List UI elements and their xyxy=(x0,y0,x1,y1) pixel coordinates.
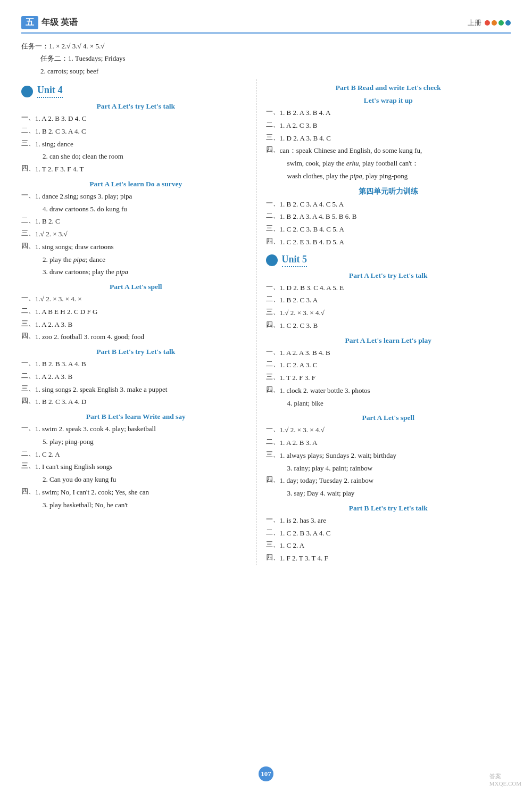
unit5-title: Unit 5 xyxy=(282,254,307,267)
list-item: 四、 1. C 2. E 3. B 4. D 5. A xyxy=(266,236,511,249)
list-item: 四、 1. clock 2. water bottle 3. photos xyxy=(266,385,511,397)
list-item: 二、 1. C 2. B 3. A 4. C xyxy=(266,527,511,540)
partA-try-talk-answers: 一、 1. A 2. B 3. D 4. C 二、 1. B 2. C 3. A… xyxy=(21,113,251,176)
decoration-dots xyxy=(485,20,511,26)
u5-partA-try-talk-heading: Part A Let's try Let's talk xyxy=(266,271,511,280)
list-item: 二、 1. A 2. B 3. A xyxy=(266,437,511,449)
u5-partA-spell-heading: Part A Let's spell xyxy=(266,414,511,422)
partA-try-talk-heading: Part A Let's try Let's talk xyxy=(21,102,251,111)
dot-green xyxy=(498,20,504,26)
list-item: 三、 1. always plays; Sundays 2. wait; bir… xyxy=(266,450,511,462)
list-item: 四、 1. C 2. C 3. B xyxy=(266,320,511,332)
watermark-line2: MXQE.COM xyxy=(489,780,521,787)
list-item: 一、 1. B 2. C 3. A 4. C 5. A xyxy=(266,199,511,211)
list-item: 二、 1. B 2. C 3. A 4. C xyxy=(21,126,251,138)
unit4-header: Unit 4 xyxy=(21,85,251,98)
list-item: 一、 1.√ 2. × 3. × 4.√ xyxy=(266,424,511,436)
u5-partB-try-talk-answers: 一、 1. is 2. has 3. are 二、 1. C 2. B 3. A… xyxy=(266,515,511,565)
top-answers: 任务一：1. × 2.√ 3.√ 4. × 5.√ 任务二：1. Tuesday… xyxy=(21,40,511,77)
list-item: 一、 1. B 2. A 3. B 4. A xyxy=(266,107,511,119)
list-item: 三、 1. sing; dance xyxy=(21,138,251,151)
left-column: Unit 4 Part A Let's try Let's talk 一、 1.… xyxy=(21,79,256,565)
list-item: 2. play the pipa; dance xyxy=(21,254,251,266)
page-header: 五 年级 英语 上册 xyxy=(21,16,511,34)
list-item: 二、 1. B 2. C xyxy=(21,216,251,228)
list-item: swim, cook, play the erhu, play football… xyxy=(266,158,511,170)
list-item: 2. can she do; clean the room xyxy=(21,151,251,163)
list-item: 一、 1. B 2. B 3. A 4. B xyxy=(21,358,251,370)
list-item: 3. play basketball; No, he can't xyxy=(21,499,251,512)
u5-partA-try-talk-answers: 一、 1. D 2. B 3. C 4. A 5. E 二、 1. B 2. C… xyxy=(266,282,511,332)
right-column: Part B Read and write Let's check Let's … xyxy=(256,79,511,565)
main-content: Unit 4 Part A Let's try Let's talk 一、 1.… xyxy=(21,79,511,565)
list-item: 二、 1. A 2. A 3. B xyxy=(21,371,251,383)
list-item: 四、 1. day; today; Tuesday 2. rainbow xyxy=(266,475,511,487)
partA-learn-survey-answers: 一、 1. dance 2.sing; songs 3. play; pipa … xyxy=(21,191,251,278)
watermark: 答案 MXQE.COM xyxy=(489,772,521,787)
list-item: 一、 1. A 2. A 3. B 4. B xyxy=(266,347,511,359)
list-item: 二、 1. B 2. C 3. A xyxy=(266,294,511,307)
header-right: 上册 xyxy=(468,18,511,28)
list-item: 二、 1. A B E H 2. C D F G xyxy=(21,306,251,318)
grade-label: 五 xyxy=(21,16,38,29)
list-item: 三、 1. T 2. F 3. F xyxy=(266,372,511,384)
unit4-title: Unit 4 xyxy=(37,85,63,98)
dot-blue xyxy=(505,20,511,26)
list-item: 一、 1. is 2. has 3. are xyxy=(266,515,511,527)
page-number: 107 xyxy=(259,766,273,781)
list-item: 2. Can you do any kung fu xyxy=(21,474,251,486)
lets-wrap-up-heading: Let's wrap it up xyxy=(266,96,511,105)
u5-partA-learn-play-answers: 一、 1. A 2. A 3. B 4. B 二、 1. C 2. A 3. C… xyxy=(266,347,511,410)
list-item: 三、 1. I can't sing English songs xyxy=(21,461,251,473)
list-item: 一、 1. D 2. B 3. C 4. A 5. E xyxy=(266,282,511,294)
list-item: 四、 1. zoo 2. football 3. room 4. good; f… xyxy=(21,331,251,343)
partA-learn-survey-heading: Part A Let's learn Do a survey xyxy=(21,180,251,188)
list-item: 四、 1. T 2. F 3. F 4. T xyxy=(21,163,251,176)
list-item: 二、 1. C 2. A 3. C xyxy=(266,359,511,372)
list-item: 一、 1. swim 2. speak 3. cook 4. play; bas… xyxy=(21,423,251,435)
list-item: 3. rainy; play 4. paint; rainbow xyxy=(266,463,511,475)
u5-partB-try-talk-heading: Part B Let's try Let's talk xyxy=(266,504,511,513)
page-footer: 107 xyxy=(0,766,532,781)
partB-try-talk-answers: 一、 1. B 2. B 3. A 4. B 二、 1. A 2. A 3. B… xyxy=(21,358,251,408)
list-item: 四、 1. B 2. C 3. A 4. D xyxy=(21,396,251,408)
list-item: 一、 1.√ 2. × 3. × 4. × xyxy=(21,293,251,306)
task2-line2: 2. carrots; soup; beef xyxy=(21,65,511,77)
partB-read-write-check-heading: Part B Read and write Let's check xyxy=(266,84,511,92)
dot-red xyxy=(485,20,490,26)
u5-partA-spell-answers: 一、 1.√ 2. × 3. × 4.√ 二、 1. A 2. B 3. A 三… xyxy=(266,424,511,500)
list-item: wash clothes, play the pipa, play ping-p… xyxy=(266,170,511,183)
list-item: 4. draw cartoons 5. do kung fu xyxy=(21,203,251,216)
task1-line: 任务一：1. × 2.√ 3.√ 4. × 5.√ xyxy=(21,40,511,52)
list-item: 四、 can：speak Chinese and English, do som… xyxy=(266,145,511,157)
partB-try-talk-heading: Part B Let's try Let's talk xyxy=(21,348,251,356)
partA-spell-answers: 一、 1.√ 2. × 3. × 4. × 二、 1. A B E H 2. C… xyxy=(21,293,251,343)
volume-label: 上册 xyxy=(468,18,481,28)
list-item: 三、 1. D 2. A 3. B 4. C xyxy=(266,133,511,145)
list-item: 四、 1. swim; No, I can't 2. cook; Yes, sh… xyxy=(21,486,251,499)
list-item: 一、 1. A 2. B 3. D 4. C xyxy=(21,113,251,125)
list-item: 三、 1.√ 2. × 3.√ xyxy=(21,228,251,241)
header-left: 五 年级 英语 xyxy=(21,16,78,29)
list-item: 四、 1. F 2. T 3. T 4. F xyxy=(266,552,511,565)
watermark-line1: 答案 xyxy=(489,772,521,780)
partB-learn-write-answers: 一、 1. swim 2. speak 3. cook 4. play; bas… xyxy=(21,423,251,511)
list-item: 一、 1. dance 2.sing; songs 3. play; pipa xyxy=(21,191,251,203)
list-item: 三、 1. C 2. C 3. B 4. C 5. A xyxy=(266,224,511,236)
partA-spell-heading: Part A Let's spell xyxy=(21,283,251,291)
task2-line1: 任务二：1. Tuesdays; Fridays xyxy=(21,52,511,64)
list-item: 二、 1. B 2. A 3. A 4. B 5. B 6. B xyxy=(266,211,511,223)
list-item: 3. say; Day 4. wait; play xyxy=(266,488,511,500)
dot-orange xyxy=(492,20,497,26)
unit4-circle xyxy=(21,86,33,97)
list-item: 5. play; ping-pong xyxy=(21,436,251,448)
page: 五 年级 英语 上册 任务一：1. × 2.√ 3.√ 4. × 5.√ 任务二… xyxy=(0,0,532,792)
unit5-circle xyxy=(266,254,278,266)
lets-wrap-up-answers: 一、 1. B 2. A 3. B 4. A 二、 1. A 2. C 3. B… xyxy=(266,107,511,183)
u5-partA-learn-play-heading: Part A Let's learn Let's play xyxy=(266,336,511,345)
list-item: 二、 1. A 2. C 3. B xyxy=(266,120,511,132)
partB-learn-write-heading: Part B Let's learn Write and say xyxy=(21,412,251,421)
di4-listen-answers: 一、 1. B 2. C 3. A 4. C 5. A 二、 1. B 2. A… xyxy=(266,199,511,249)
list-item: 三、 1. A 2. A 3. B xyxy=(21,319,251,331)
unit5-header: Unit 5 xyxy=(266,254,511,267)
